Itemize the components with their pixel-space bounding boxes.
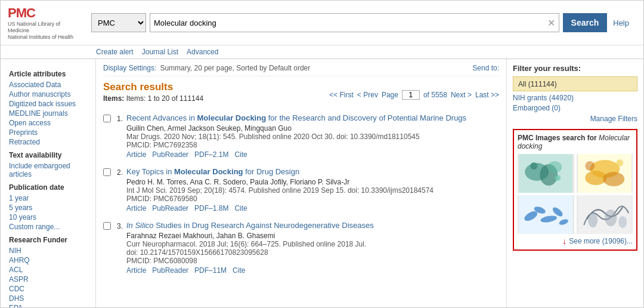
result-pmcid-1: PMCID: PMC7692358	[126, 141, 499, 149]
see-more-label[interactable]: See more (19096)...	[569, 237, 633, 245]
image-thumb-2[interactable]	[577, 154, 633, 193]
pagination-last[interactable]: Last >>	[475, 91, 499, 99]
result-checkbox-3[interactable]	[103, 222, 111, 230]
filter-nih-link[interactable]: NIH grants (44920)	[513, 94, 637, 102]
result-links-2: Article PubReader PDF–1.8M Cite	[126, 204, 499, 212]
display-settings-link[interactable]: Display Settings:	[103, 64, 156, 72]
items-count: Items: Items: 1 to 20 of 111144	[103, 94, 203, 103]
result-link-article-3[interactable]: Article	[126, 266, 146, 275]
sidebar-item-retracted[interactable]: Retracted	[9, 138, 89, 146]
nav-journal-list[interactable]: Journal List	[142, 48, 178, 56]
result-link-2[interactable]: Key Topics in Molecular Docking for Drug…	[126, 167, 299, 176]
manage-filters[interactable]: Manage Filters	[513, 115, 637, 123]
sidebar-item-10years[interactable]: 10 years	[9, 213, 89, 221]
result-link-cite-2[interactable]: Cite	[234, 204, 247, 212]
result-item: 1. Recent Advances in Molecular Docking …	[103, 113, 499, 159]
image-thumb-3[interactable]	[518, 195, 574, 234]
sidebar-item-author-manuscripts[interactable]: Author manuscripts	[9, 90, 89, 98]
help-link[interactable]: Help	[613, 19, 636, 27]
pmc-logo-text: PMC	[8, 5, 35, 21]
page-input[interactable]	[402, 90, 420, 100]
items-row: Search results Items: Items: 1 to 20 of …	[103, 81, 499, 109]
clear-button[interactable]: ✕	[544, 17, 559, 29]
result-checkbox-1[interactable]	[103, 115, 111, 122]
result-links-1: Article PubReader PDF–2.1M Cite	[126, 150, 499, 159]
svg-point-19	[588, 213, 597, 227]
pagination: << First < Prev Page of 5558 Next > Last…	[329, 90, 499, 100]
sidebar-item-associated-data[interactable]: Associated Data	[9, 81, 89, 89]
sidebar-item-1year[interactable]: 1 year	[9, 194, 89, 202]
search-results-title: Search results	[103, 81, 203, 93]
search-input[interactable]	[150, 16, 544, 30]
images-panel: PMC Images search for Molecular docking	[513, 129, 637, 251]
result-body-2: Key Topics in Molecular Docking for Drug…	[126, 167, 499, 212]
pagination-first[interactable]: << First	[329, 91, 354, 99]
result-link-pubreader-2[interactable]: PubReader	[152, 204, 188, 212]
see-more[interactable]: ↓ See more (19096)...	[518, 236, 633, 246]
result-num-2: 2.	[113, 167, 123, 177]
svg-point-20	[605, 210, 617, 226]
result-title-3: In Silico Studies in Drug Research Again…	[126, 221, 499, 230]
display-settings-text: Summary, 20 per page, Sorted by Default …	[160, 64, 310, 72]
svg-point-3	[547, 161, 562, 173]
result-link-article-2[interactable]: Article	[126, 204, 146, 212]
svg-point-4	[530, 162, 537, 170]
result-link-pdf-2[interactable]: PDF–1.8M	[194, 204, 228, 212]
send-to[interactable]: Send to:	[472, 64, 499, 72]
pmc-logo: PMC US National Library of Medicine Nati…	[8, 5, 79, 40]
sidebar-item-preprints[interactable]: Preprints	[9, 128, 89, 137]
result-link-cite-1[interactable]: Cite	[234, 150, 247, 159]
display-bar: Display Settings: Summary, 20 per page, …	[103, 64, 499, 76]
result-title-1: Recent Advances in Molecular Docking for…	[126, 113, 499, 122]
svg-point-21	[618, 216, 627, 228]
result-pmcid-3: PMCID: PMC6080098	[126, 257, 499, 265]
sidebar-item-epa[interactable]: EPA	[9, 304, 89, 308]
filter-all-link[interactable]: All (111144)	[518, 80, 557, 88]
result-title-2: Key Topics in Molecular Docking for Drug…	[126, 167, 499, 176]
nav-advanced[interactable]: Advanced	[187, 48, 218, 56]
result-item: 3. In Silico Studies in Drug Research Ag…	[103, 221, 499, 275]
pagination-next[interactable]: Next >	[451, 91, 472, 99]
result-authors-3: Farahnaz Rezaei Makhouri, Jahan B. Ghase…	[126, 232, 499, 240]
nav-create-alert[interactable]: Create alert	[96, 48, 134, 56]
sidebar-item-aspr[interactable]: ASPR	[9, 275, 89, 284]
filter-embargoed-link[interactable]: Embargoed (0)	[513, 104, 637, 112]
result-authors-1: Guilin Chen, Armel Jackson Seukep, Mingq…	[126, 124, 499, 133]
sidebar-item-open-access[interactable]: Open access	[9, 119, 89, 127]
sidebar-section-text-availability: Text availability	[9, 151, 89, 159]
sidebar-item-ahrq[interactable]: AHRQ	[9, 256, 89, 264]
result-doi-3: doi: 10.2174/1570159X15666170823095628	[126, 248, 499, 257]
result-link-pubreader-1[interactable]: PubReader	[152, 150, 188, 159]
filter-all[interactable]: All (111144)	[513, 76, 637, 91]
sidebar-item-dhs[interactable]: DHS	[9, 294, 89, 303]
result-journal-1: Mar Drugs. 2020 Nov; 18(11): 545. Publis…	[126, 133, 499, 141]
sidebar-item-medline-journals[interactable]: MEDLINE journals	[9, 109, 89, 118]
result-link-article-1[interactable]: Article	[126, 150, 146, 159]
image-thumb-4[interactable]	[577, 195, 633, 234]
result-body-1: Recent Advances in Molecular Docking for…	[126, 113, 499, 159]
result-journal-2: Int J Mol Sci. 2019 Sep; 20(18): 4574. P…	[126, 186, 499, 195]
result-link-pdf-1[interactable]: PDF–2.1M	[194, 150, 228, 159]
sidebar-item-5years[interactable]: 5 years	[9, 204, 89, 212]
result-links-3: Article PubReader PDF–11M Cite	[126, 266, 499, 275]
sidebar-item-custom-range[interactable]: Custom range...	[9, 223, 89, 231]
result-link-1[interactable]: Recent Advances in Molecular Docking for…	[126, 113, 466, 122]
images-grid	[518, 154, 633, 234]
sidebar-item-include-embargoed[interactable]: Include embargoed articles	[9, 162, 89, 178]
pmc-logo-sub: US National Library of Medicine National…	[8, 21, 73, 40]
sidebar-item-cdc[interactable]: CDC	[9, 285, 89, 293]
result-link-cite-3[interactable]: Cite	[233, 266, 245, 275]
result-link-3[interactable]: In Silico Studies in Drug Research Again…	[126, 221, 374, 230]
result-link-pubreader-3[interactable]: PubReader	[152, 266, 188, 275]
image-thumb-1[interactable]	[518, 154, 574, 193]
search-button[interactable]: Search	[563, 13, 608, 32]
sidebar-item-acl[interactable]: ACL	[9, 266, 89, 274]
sidebar-section-article-attributes: Article attributes	[9, 70, 89, 78]
sidebar-item-nih[interactable]: NIH	[9, 247, 89, 255]
result-pmcid-2: PMCID: PMC6769580	[126, 195, 499, 203]
database-select[interactable]: PMC PubMed Bookshelf	[91, 13, 146, 32]
pagination-prev[interactable]: < Prev	[357, 91, 378, 99]
sidebar-item-digitized-back-issues[interactable]: Digitized back issues	[9, 100, 89, 108]
result-checkbox-2[interactable]	[103, 168, 111, 176]
result-link-pdf-3[interactable]: PDF–11M	[194, 266, 227, 275]
